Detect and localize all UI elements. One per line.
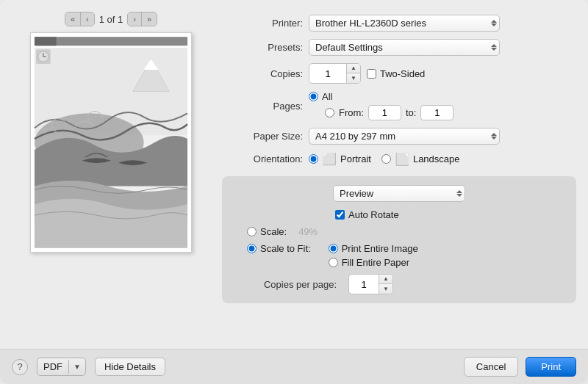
presets-select[interactable]: Default Settings (309, 39, 500, 56)
copies-input-wrapper: ▲ ▼ (309, 63, 361, 84)
print-entire-label: Print Entire Image (329, 243, 418, 254)
preview-svg (31, 33, 191, 252)
pages-radio-group: All From: to: (309, 91, 453, 120)
preview-select[interactable]: Preview (333, 185, 465, 202)
last-page-button[interactable]: » (142, 12, 157, 26)
print-preview-image (30, 32, 192, 253)
page-indicator: 1 of 1 (99, 14, 123, 25)
copies-per-page-label: Copies per page: (234, 279, 337, 290)
pages-row: Pages: All From: to: (222, 91, 576, 120)
scale-radio[interactable] (247, 227, 257, 236)
copies-label: Copies: (222, 68, 303, 79)
page-current: 1 (99, 14, 104, 25)
paper-size-label: Paper Size: (222, 131, 303, 142)
prev-page-button[interactable]: ‹ (81, 12, 94, 26)
next-nav-group[interactable]: › » (127, 12, 157, 26)
portrait-radio[interactable] (309, 154, 318, 164)
scale-to-fit-text: Scale to Fit: (260, 243, 311, 254)
pdf-dropdown-button[interactable]: ▼ (68, 360, 85, 374)
scale-label: Scale: (247, 226, 287, 237)
auto-rotate-row: Auto Rotate (234, 209, 564, 220)
page-of: of 1 (107, 14, 123, 25)
scale-to-fit-row: Scale to Fit: Print Entire Image Fill En… (234, 243, 564, 268)
copies-per-page-stepper: ▲ ▼ (379, 275, 392, 294)
print-entire-text: Print Entire Image (342, 243, 418, 254)
pages-from-input[interactable] (368, 105, 401, 120)
copies-row: Copies: ▲ ▼ Two-Sided (222, 63, 576, 84)
pages-all-label: All (309, 91, 332, 102)
auto-rotate-text: Auto Rotate (348, 209, 399, 220)
bottom-right: Cancel Print (464, 357, 576, 377)
copies-per-page-increment-button[interactable]: ▲ (379, 275, 392, 284)
pdf-button[interactable]: PDF (37, 358, 68, 375)
landscape-radio[interactable] (381, 154, 391, 164)
scale-text: Scale: (260, 226, 287, 237)
bottom-bar: ? PDF ▼ Hide Details Cancel Print (0, 349, 588, 384)
scale-to-fit-radio[interactable] (247, 244, 257, 253)
copies-decrement-button[interactable]: ▼ (347, 73, 360, 83)
orientation-options: ⬜ Portrait ⬜ Landscape (309, 152, 460, 166)
two-sided-text: Two-Sided (380, 68, 425, 79)
two-sided-checkbox[interactable] (367, 69, 376, 79)
pages-to-label: to: (406, 107, 416, 118)
printer-row: Printer: Brother HL-L2360D series (222, 15, 576, 32)
portrait-icon: ⬜ (322, 152, 337, 166)
two-sided-label: Two-Sided (367, 68, 425, 79)
scale-row: Scale: 49% (234, 226, 564, 237)
pages-from-label: From: (339, 107, 364, 118)
svg-rect-1 (35, 37, 187, 46)
landscape-label: Landscape (413, 153, 460, 164)
paper-size-select-wrapper: A4 210 by 297 mm (309, 128, 500, 145)
auto-rotate-checkbox[interactable] (335, 210, 345, 220)
svg-rect-2 (35, 37, 57, 46)
pages-from-row: From: to: (325, 105, 453, 120)
fill-entire-radio[interactable] (329, 258, 338, 267)
pages-all-text: All (322, 91, 332, 102)
printer-label: Printer: (222, 18, 303, 29)
copies-per-page-decrement-button[interactable]: ▼ (379, 284, 392, 294)
fill-entire-label: Fill Entire Paper (329, 257, 418, 268)
copies-per-page-input-wrapper: ▲ ▼ (348, 274, 393, 294)
hide-details-button[interactable]: Hide Details (95, 358, 165, 376)
scale-to-fit-options: Print Entire Image Fill Entire Paper (329, 243, 418, 268)
portrait-label: Portrait (340, 153, 371, 164)
print-dialog: « ‹ 1 of 1 › » (0, 0, 588, 384)
pages-label: Pages: (222, 101, 303, 112)
landscape-option: ⬜ Landscape (381, 152, 460, 166)
printer-select-wrapper: Brother HL-L2360D series (309, 15, 500, 32)
next-page-button[interactable]: › (128, 12, 142, 26)
print-button[interactable]: Print (526, 357, 576, 377)
paper-size-select[interactable]: A4 210 by 297 mm (309, 128, 500, 145)
copies-input[interactable] (309, 66, 346, 81)
printer-select[interactable]: Brother HL-L2360D series (309, 15, 500, 32)
copies-increment-button[interactable]: ▲ (347, 64, 360, 73)
orientation-label: Orientation: (222, 153, 303, 164)
orientation-row: Orientation: ⬜ Portrait ⬜ Landscape (222, 152, 576, 166)
preview-select-wrapper: Preview (333, 185, 465, 202)
portrait-option: ⬜ Portrait (309, 152, 371, 166)
preview-dropdown-wrapper: Preview (333, 185, 465, 202)
pages-from-radio[interactable] (325, 108, 334, 117)
copies-per-page-input[interactable] (349, 277, 379, 292)
pdf-button-wrapper: PDF ▼ (37, 358, 86, 376)
copies-stepper: ▲ ▼ (346, 64, 360, 83)
sub-panel: Preview (222, 176, 576, 303)
help-button[interactable]: ? (12, 359, 28, 375)
form-panel: Printer: Brother HL-L2360D series Preset… (222, 12, 576, 337)
scale-to-fit-label: Scale to Fit: (247, 243, 311, 254)
cancel-button[interactable]: Cancel (464, 357, 518, 377)
sub-panel-rows: Auto Rotate Scale: 49% (234, 209, 564, 294)
presets-select-wrapper: Default Settings (309, 39, 500, 56)
bottom-left: ? PDF ▼ Hide Details (12, 358, 165, 376)
copies-per-page-row: Copies per page: ▲ ▼ (234, 274, 564, 294)
pages-all-radio[interactable] (309, 92, 318, 101)
pages-to-input[interactable] (420, 105, 453, 120)
auto-rotate-label: Auto Rotate (335, 209, 399, 220)
page-navigation: « ‹ 1 of 1 › » (65, 12, 157, 26)
print-entire-radio[interactable] (329, 244, 338, 253)
first-page-button[interactable]: « (65, 12, 81, 26)
presets-row: Presets: Default Settings (222, 39, 576, 56)
presets-label: Presets: (222, 42, 303, 53)
prev-nav-group[interactable]: « ‹ (65, 12, 95, 26)
sub-panel-header: Preview (234, 185, 564, 202)
